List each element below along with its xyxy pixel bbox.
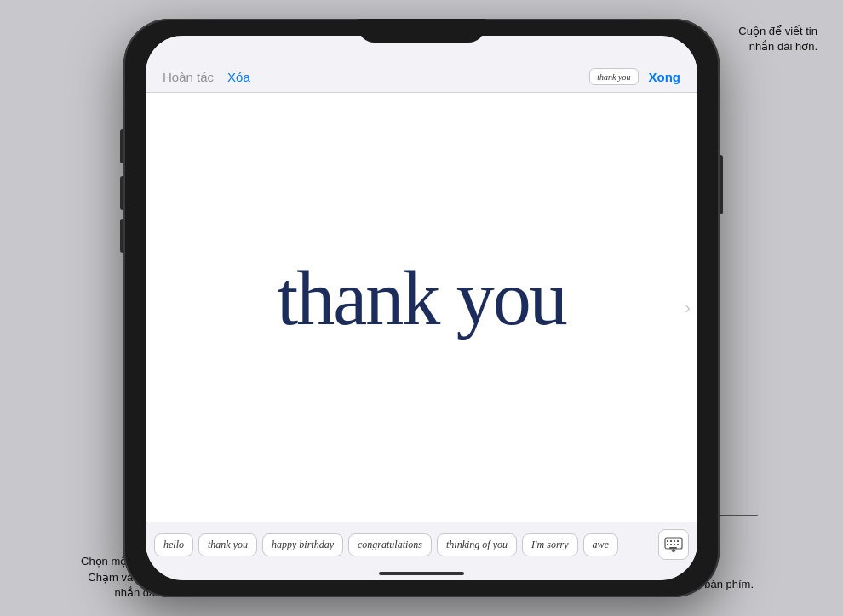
preset-happy-birthday[interactable]: happy birthday — [262, 533, 343, 556]
preset-thank-you[interactable]: thank you — [198, 533, 257, 556]
preview-thumbnail: thank you — [589, 68, 638, 85]
scroll-right-arrow[interactable]: › — [685, 298, 691, 317]
preset-im-sorry[interactable]: I'm sorry — [522, 533, 578, 556]
done-button[interactable]: Xong — [649, 70, 681, 84]
preset-hello[interactable]: hello — [154, 533, 193, 556]
keyboard-switch-button[interactable] — [658, 529, 689, 560]
home-indicator — [379, 572, 464, 575]
svg-rect-2 — [670, 540, 672, 542]
svg-rect-8 — [677, 544, 679, 545]
toolbar-right: thank you Xong — [589, 68, 680, 85]
phone-screen: Hoàn tác Xóa thank you Xong thank you › … — [146, 36, 697, 580]
svg-rect-5 — [667, 544, 668, 545]
preset-awe[interactable]: awe — [583, 533, 618, 556]
svg-rect-4 — [677, 540, 679, 542]
toolbar-left: Hoàn tác Xóa — [163, 70, 250, 84]
undo-button[interactable]: Hoàn tác — [163, 70, 214, 84]
svg-rect-9 — [669, 547, 677, 549]
svg-rect-7 — [674, 544, 675, 545]
clear-button[interactable]: Xóa — [227, 70, 250, 84]
phone-notch — [358, 19, 485, 43]
toolbar: Hoàn tác Xóa thank you Xong — [146, 36, 697, 93]
presets-row: hello thank you happy birthday congratul… — [154, 529, 689, 560]
handwriting-display: thank you — [260, 243, 582, 354]
preset-thinking-of-you[interactable]: thinking of you — [437, 533, 517, 556]
svg-rect-6 — [670, 544, 672, 545]
svg-rect-1 — [667, 540, 668, 542]
phone-frame: Hoàn tác Xóa thank you Xong thank you › … — [123, 19, 720, 597]
svg-rect-3 — [674, 540, 675, 542]
keyboard-icon — [664, 537, 683, 552]
writing-canvas[interactable]: thank you › — [146, 93, 697, 522]
preset-congratulations[interactable]: congratulations — [348, 533, 432, 556]
annotation-scroll: Cuộn để viết tin nhắn dài hơn. — [738, 24, 817, 54]
